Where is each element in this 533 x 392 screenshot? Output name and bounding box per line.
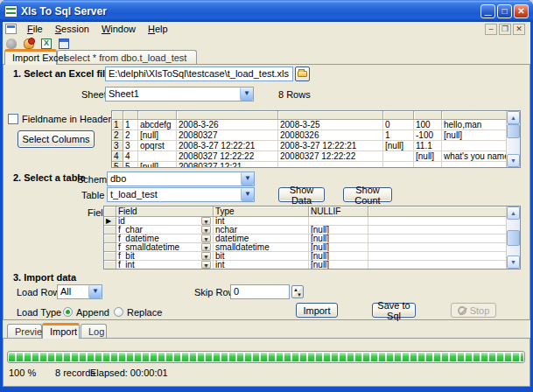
table-row[interactable]: f_char▼nchar[null] (104, 226, 506, 234)
menu-item-help[interactable]: Help (142, 23, 174, 35)
minimize-button-icon[interactable] (480, 4, 495, 18)
skip-rows-input[interactable]: 0 (230, 284, 290, 299)
table-cell[interactable]: opqrst (138, 141, 177, 151)
chevron-down-icon[interactable]: ▼ (241, 188, 254, 201)
table-row[interactable]: 55[null]20080327 12:21 (112, 162, 506, 167)
table-cell[interactable] (138, 151, 177, 162)
skip-rows-spinner[interactable]: ▲ ▼ (291, 285, 304, 298)
table-cell[interactable]: 100 (414, 120, 442, 130)
menu-item-window[interactable]: Window (95, 23, 142, 35)
nullif-cell[interactable] (309, 217, 368, 226)
table-row[interactable]: ▶id▼int (104, 217, 506, 226)
field-name-cell[interactable]: f_bit▼ (116, 252, 214, 261)
scrollbar-thumb[interactable] (507, 124, 520, 138)
field-name-cell[interactable]: f_smalldatetime▼ (116, 243, 214, 252)
table-row[interactable]: 11abcdefg2008-3-262008-3-250100hello,man (112, 120, 506, 130)
table-cell[interactable]: 2 (123, 130, 138, 141)
browse-file-button[interactable] (295, 66, 310, 81)
mdi-minimize-icon[interactable]: – (485, 24, 497, 35)
table-cell[interactable]: hello,man (442, 120, 506, 130)
show-count-button[interactable]: Show Count (343, 187, 392, 202)
chevron-down-icon[interactable]: ▼ (201, 243, 211, 251)
table-cell[interactable]: 3 (123, 141, 138, 151)
sheet-combobox[interactable]: Sheet1 ▼ (105, 87, 254, 102)
select-columns-button[interactable]: Select Columns (18, 130, 95, 148)
menu-item-file[interactable]: File (21, 23, 49, 35)
bottom-tab-preview[interactable]: Preview (7, 324, 42, 339)
table-cell[interactable]: [null] (138, 130, 177, 141)
replace-radio[interactable] (114, 307, 123, 317)
chevron-down-icon[interactable]: ▼ (201, 234, 211, 242)
fieldname-in-header-checkbox[interactable] (8, 114, 18, 124)
table-cell[interactable] (383, 162, 414, 167)
chevron-down-icon[interactable]: ▼ (240, 88, 253, 101)
tab-select-from-dbo-t-load-test[interactable]: select * from dbo.t_load_test (57, 50, 197, 65)
table-row[interactable]: f_bit▼bit[null] (104, 252, 506, 261)
field-name-cell[interactable]: id▼ (116, 217, 214, 226)
field-type-cell[interactable]: int (214, 261, 309, 269)
mdi-restore-icon[interactable]: ❐ (499, 24, 511, 35)
chevron-down-icon[interactable]: ▼ (88, 285, 102, 298)
mdi-child-icon[interactable] (5, 24, 17, 34)
field-type-cell[interactable]: datetime (214, 234, 309, 243)
table-cell[interactable]: 20080327 12:21 (177, 162, 278, 167)
schema-combobox[interactable]: dbo ▼ (107, 172, 255, 186)
append-radio[interactable] (63, 307, 73, 317)
maximize-button-icon[interactable] (497, 4, 512, 18)
nullif-cell[interactable]: [null] (309, 243, 368, 252)
table-cell[interactable]: 20080327 (177, 130, 278, 141)
table-cell[interactable]: 1 (383, 130, 414, 141)
table-cell[interactable]: 2008-3-26 (177, 120, 278, 130)
table-cell[interactable] (278, 162, 383, 167)
table-cell[interactable]: 20080327 12:22:22 (177, 151, 278, 162)
table-combobox[interactable]: t_load_test ▼ (107, 187, 255, 202)
table-cell[interactable]: 1 (123, 120, 138, 130)
field-type-cell[interactable]: nchar (214, 226, 309, 234)
table-cell[interactable]: what's you name (442, 151, 506, 162)
field-type-cell[interactable]: bit (214, 252, 309, 261)
scroll-up-icon[interactable]: ▲ (507, 111, 520, 124)
table-cell[interactable]: 4 (123, 151, 138, 162)
field-name-cell[interactable]: f_int▼ (116, 261, 214, 269)
table-row[interactable]: f_datetime▼datetime[null] (104, 234, 506, 243)
load-rows-combobox[interactable]: All ▼ (57, 284, 102, 299)
chevron-down-icon[interactable]: ▼ (201, 226, 211, 234)
query-window-icon[interactable] (57, 37, 72, 51)
table-cell[interactable]: 20080327 12:22:22 (278, 151, 383, 162)
tab-import-excel[interactable]: Import Excel (4, 49, 57, 65)
bottom-tab-import[interactable]: Import (42, 323, 80, 339)
chevron-down-icon[interactable]: ▼ (241, 172, 254, 186)
fields-grid-scrollbar[interactable]: ▲ ▼ (506, 206, 520, 269)
scroll-down-icon[interactable]: ▼ (507, 256, 520, 269)
table-cell[interactable]: [null] (383, 141, 414, 151)
table-cell[interactable]: 2008-3-27 12:22:21 (278, 141, 383, 151)
import-button[interactable]: Import (296, 303, 338, 318)
title-bar[interactable]: Xls To Sql Server (0, 0, 533, 22)
table-cell[interactable]: 11.1 (414, 141, 442, 151)
table-cell[interactable] (442, 141, 506, 151)
table-cell[interactable]: 2008-3-27 12:22:21 (177, 141, 278, 151)
nullif-cell[interactable]: [null] (309, 261, 368, 269)
table-cell[interactable]: [null] (414, 151, 442, 162)
bottom-tab-log[interactable]: Log (81, 324, 107, 339)
scroll-up-icon[interactable]: ▲ (507, 206, 520, 220)
table-cell[interactable] (414, 162, 442, 167)
save-to-sql-button[interactable]: Save to Sql (372, 303, 416, 318)
chevron-down-icon[interactable]: ▼ (201, 261, 211, 269)
table-cell[interactable]: [null] (138, 162, 177, 167)
excel-file-input[interactable]: E:\delphi\XlsToSql\testcase\t_load_test.… (105, 66, 293, 81)
excel-preview-grid[interactable]: 11abcdefg2008-3-262008-3-250100hello,man… (111, 110, 521, 168)
field-type-cell[interactable]: smalldatetime (214, 243, 309, 252)
table-cell[interactable]: 2008-3-25 (278, 120, 383, 130)
nullif-cell[interactable]: [null] (309, 252, 368, 261)
nullif-cell[interactable]: [null] (309, 226, 368, 234)
table-row[interactable]: 4420080327 12:22:2220080327 12:22:22[nul… (112, 151, 506, 162)
close-button-icon[interactable] (514, 4, 529, 18)
table-cell[interactable]: [null] (442, 130, 506, 141)
scroll-down-icon[interactable]: ▼ (507, 154, 520, 167)
spin-down-icon[interactable]: ▼ (297, 292, 302, 298)
table-cell[interactable] (442, 162, 506, 167)
table-row[interactable]: f_int▼int[null] (104, 261, 506, 269)
field-name-cell[interactable]: f_datetime▼ (116, 234, 214, 243)
nullif-cell[interactable]: [null] (309, 234, 368, 243)
